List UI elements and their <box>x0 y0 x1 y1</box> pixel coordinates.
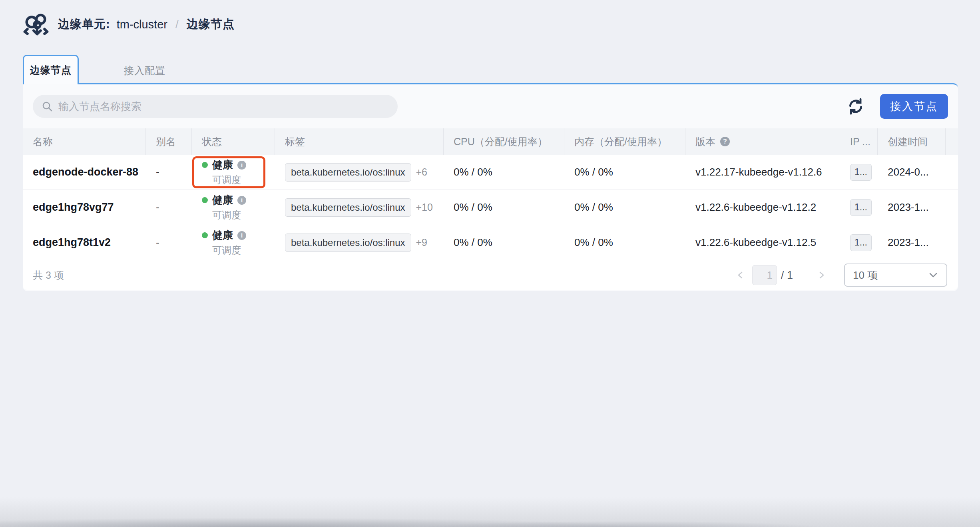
status-text: 健康 <box>212 228 233 242</box>
tab-access-config[interactable]: 接入配置 <box>95 56 195 84</box>
node-status-cell: 健康 i 可调度 <box>192 193 275 222</box>
column-header-name: 名称 <box>23 128 146 155</box>
refresh-icon[interactable] <box>847 97 865 116</box>
page-total: / 1 <box>781 269 793 281</box>
column-header-spacer <box>946 128 958 155</box>
edge-nodes-panel: 接入节点 名称 别名 状态 标签 CPU（分配/使用率） 内存（分配/使用率） … <box>23 83 958 291</box>
table-row: edge1hg78t1v2 - 健康 i 可调度 beta.kubernetes… <box>23 225 958 260</box>
next-page-icon[interactable] <box>815 269 827 281</box>
search-icon <box>42 101 53 112</box>
column-header-created: 创建时间 <box>878 128 946 155</box>
ip-chip[interactable]: 1... <box>850 199 872 216</box>
node-alias: - <box>146 166 192 178</box>
label-more-count[interactable]: +10 <box>416 202 433 213</box>
status-text: 健康 <box>212 158 233 172</box>
node-cpu: 0% / 0% <box>444 166 564 178</box>
breadcrumb-separator: / <box>175 18 179 31</box>
info-icon[interactable]: i <box>237 161 246 170</box>
chevron-down-icon <box>928 271 938 279</box>
node-ip-cell: 1... <box>840 234 878 251</box>
label-more-count[interactable]: +6 <box>416 166 428 178</box>
search-box[interactable] <box>33 95 398 118</box>
node-alias: - <box>146 236 192 249</box>
label-chip: beta.kubernetes.io/os:linux <box>285 198 411 217</box>
join-node-button[interactable]: 接入节点 <box>880 94 948 119</box>
info-icon[interactable]: i <box>237 196 246 205</box>
cloud-edge-logo-icon[interactable] <box>22 10 50 39</box>
column-header-cpu: CPU（分配/使用率） <box>444 128 564 155</box>
page-number-input[interactable] <box>752 265 777 285</box>
label-more-count[interactable]: +9 <box>416 237 428 248</box>
ip-chip[interactable]: 1... <box>850 234 872 251</box>
toolbar: 接入节点 <box>23 84 958 128</box>
schedulable-text: 可调度 <box>202 174 241 186</box>
tab-edge-nodes[interactable]: 边缘节点 <box>23 55 79 84</box>
node-version: v1.22.6-kubeedge-v1.12.2 <box>685 201 840 214</box>
page-title: 边缘节点 <box>187 16 235 32</box>
tab-bar: 边缘节点 接入配置 <box>23 55 958 84</box>
node-created: 2023-1... <box>878 201 946 214</box>
schedulable-text: 可调度 <box>202 244 241 257</box>
table-body: edgenode-docker-88 - 健康 i 可调度 beta.kuber… <box>23 155 958 260</box>
node-labels-cell: beta.kubernetes.io/os:linux +10 <box>275 198 444 217</box>
node-status-cell: 健康 i 可调度 <box>192 158 275 186</box>
breadcrumb-label: 边缘单元: <box>58 16 110 32</box>
table-row: edgenode-docker-88 - 健康 i 可调度 beta.kuber… <box>23 155 958 190</box>
node-ip-cell: 1... <box>840 199 878 216</box>
status-dot-icon <box>202 162 208 168</box>
table-footer: 共 3 项 / 1 10 <box>23 260 958 290</box>
total-count: 共 3 项 <box>33 269 64 282</box>
node-cpu: 0% / 0% <box>444 201 564 214</box>
column-header-version: 版本 ? <box>685 128 840 155</box>
node-memory: 0% / 0% <box>564 236 685 249</box>
column-header-labels: 标签 <box>275 128 444 155</box>
node-version: v1.22.17-kubeedge-v1.12.6 <box>685 166 840 178</box>
page-size-select[interactable]: 10 项 <box>844 264 947 287</box>
node-name: edgenode-docker-88 <box>23 166 146 178</box>
node-ip-cell: 1... <box>840 164 878 181</box>
node-memory: 0% / 0% <box>564 166 685 178</box>
breadcrumb-text: 边缘单元: tm-cluster / 边缘节点 <box>58 16 235 32</box>
node-labels-cell: beta.kubernetes.io/os:linux +6 <box>275 163 444 182</box>
node-created: 2023-1... <box>878 236 946 249</box>
breadcrumb: 边缘单元: tm-cluster / 边缘节点 <box>22 10 980 39</box>
info-icon[interactable]: i <box>237 231 246 240</box>
node-status-cell: 健康 i 可调度 <box>192 228 275 257</box>
screen: 边缘单元: tm-cluster / 边缘节点 边缘节点 接入配置 <box>0 0 980 527</box>
node-cpu: 0% / 0% <box>444 236 564 249</box>
bottom-shadow <box>0 497 980 527</box>
page-size-value: 10 项 <box>853 268 928 282</box>
column-header-memory: 内存（分配/使用率） <box>564 128 685 155</box>
node-name: edge1hg78vg77 <box>23 201 146 214</box>
label-chip: beta.kubernetes.io/os:linux <box>285 234 411 252</box>
node-created: 2024-0... <box>878 166 946 178</box>
status-dot-icon <box>202 232 208 238</box>
column-header-status: 状态 <box>192 128 275 155</box>
node-alias: - <box>146 201 192 214</box>
search-input[interactable] <box>58 100 389 113</box>
schedulable-text: 可调度 <box>202 209 241 222</box>
node-version: v1.22.6-kubeedge-v1.12.5 <box>685 236 840 249</box>
cluster-name[interactable]: tm-cluster <box>117 18 167 31</box>
tab-edge-nodes-label: 边缘节点 <box>30 64 72 77</box>
version-help-icon[interactable]: ? <box>720 137 730 146</box>
prev-page-icon[interactable] <box>735 269 747 281</box>
status-text: 健康 <box>212 193 233 207</box>
tab-access-config-label: 接入配置 <box>124 64 165 77</box>
table-row: edge1hg78vg77 - 健康 i 可调度 beta.kubernetes… <box>23 190 958 225</box>
column-header-ip: IP ... <box>840 128 878 155</box>
table-header: 名称 别名 状态 标签 CPU（分配/使用率） 内存（分配/使用率） 版本 ? … <box>23 128 958 155</box>
column-header-alias: 别名 <box>146 128 192 155</box>
ip-chip[interactable]: 1... <box>850 164 872 181</box>
pagination: / 1 10 项 <box>735 264 947 287</box>
node-labels-cell: beta.kubernetes.io/os:linux +9 <box>275 234 444 252</box>
node-name: edge1hg78t1v2 <box>23 236 146 249</box>
label-chip: beta.kubernetes.io/os:linux <box>285 163 411 182</box>
status-dot-icon <box>202 197 208 203</box>
node-memory: 0% / 0% <box>564 201 685 214</box>
